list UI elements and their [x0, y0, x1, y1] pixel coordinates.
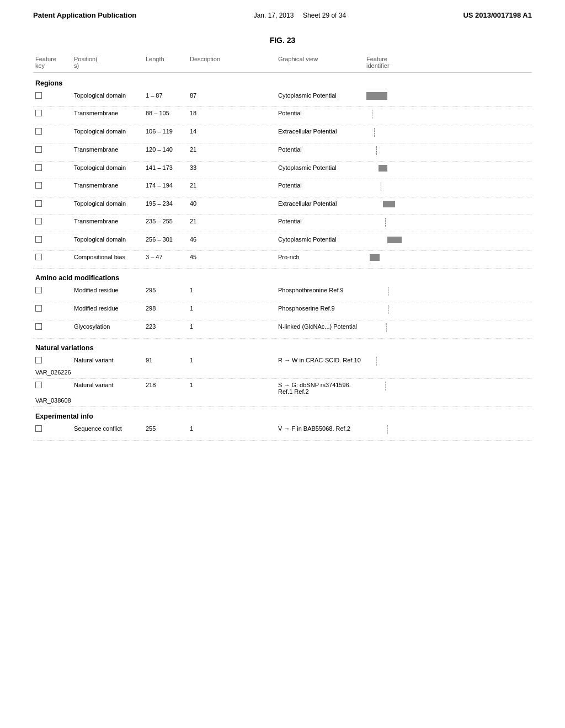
checkbox-cell[interactable]	[33, 145, 72, 154]
publication-date: Jan. 17, 2013 Sheet 29 of 34	[254, 12, 346, 19]
graphical-line-dash	[387, 425, 391, 434]
checkbox-cell[interactable]	[33, 304, 72, 313]
checkbox-cell[interactable]	[33, 286, 72, 295]
feature-name: Modified residue	[72, 286, 143, 295]
feature-name: Transmembrane	[72, 145, 143, 154]
description: Phosphothreonine Ref.9	[276, 286, 364, 295]
positions: 218	[143, 381, 188, 389]
feature-name: Transmembrane	[72, 217, 143, 226]
length: 21	[188, 145, 276, 154]
description: Cytoplasmic Potential	[276, 235, 364, 244]
feature-name: Modified residue	[72, 304, 143, 313]
checkbox-cell[interactable]	[33, 91, 72, 100]
identifier	[33, 229, 72, 231]
checkbox[interactable]	[35, 236, 42, 243]
description: Phosphoserine Ref.9	[276, 304, 364, 313]
col-header-feature-identifier: Featureidentifier	[364, 55, 425, 70]
checkbox[interactable]	[35, 305, 42, 312]
graphical-view	[364, 424, 425, 436]
checkbox[interactable]	[35, 128, 42, 135]
feature-name: Topological domain	[72, 199, 143, 208]
checkbox-cell[interactable]	[33, 109, 72, 117]
length: 40	[188, 199, 276, 208]
description: Cytoplasmic Potential	[276, 91, 364, 100]
checkbox[interactable]	[35, 218, 42, 224]
checkbox-cell[interactable]	[33, 127, 72, 136]
checkbox-cell[interactable]	[33, 424, 72, 433]
checkbox[interactable]	[35, 254, 42, 260]
table-row: Topological domain 256 – 301 46 Cytoplas…	[33, 233, 532, 251]
checkbox[interactable]	[35, 323, 42, 330]
table-row: Modified residue 295 1 Phosphothreonine …	[33, 284, 532, 302]
graphical-view	[364, 91, 425, 101]
section-amino-acid-modifications: Amino acid modifications	[33, 269, 532, 284]
positions: 195 – 234	[143, 199, 188, 208]
graphical-bar	[387, 237, 402, 243]
graphical-line	[374, 128, 377, 137]
graphical-bar	[383, 201, 395, 207]
graphical-view	[364, 381, 425, 393]
description: N-linked (GlcNAc...) Potential	[276, 322, 364, 331]
positions: 88 – 105	[143, 109, 188, 117]
checkbox[interactable]	[35, 425, 42, 432]
identifier	[33, 436, 72, 438]
checkbox-cell[interactable]	[33, 199, 72, 208]
checkbox-cell[interactable]	[33, 322, 72, 331]
col-header-description: Description	[188, 55, 276, 70]
checkbox[interactable]	[35, 382, 42, 388]
section-regions: Regions	[33, 74, 532, 89]
identifier	[33, 193, 72, 195]
checkbox[interactable]	[35, 182, 42, 189]
checkbox-cell[interactable]	[33, 235, 72, 244]
graphical-line	[385, 218, 388, 227]
graphical-view	[364, 253, 425, 262]
col-header-graphical-view: Graphical view	[276, 55, 364, 70]
positions: 255	[143, 424, 188, 433]
feature-name: Transmembrane	[72, 109, 143, 117]
length: 1	[188, 286, 276, 295]
identifier	[33, 102, 72, 104]
feature-name: Glycosylation	[72, 322, 143, 331]
column-headers: Featurekey Position(s) Length Descriptio…	[33, 55, 532, 73]
identifier	[33, 316, 72, 318]
checkbox[interactable]	[35, 200, 42, 207]
checkbox-cell[interactable]	[33, 181, 72, 190]
checkbox[interactable]	[35, 110, 42, 116]
positions: 3 – 47	[143, 253, 188, 261]
description: S → G: dbSNP rs3741596. Ref.1 Ref.2	[276, 381, 364, 396]
positions: 91	[143, 356, 188, 365]
identifier: VAR_026226	[33, 368, 72, 377]
graphical-view	[364, 356, 425, 368]
identifier	[33, 139, 72, 141]
positions: 174 – 194	[143, 181, 188, 190]
feature-name: Topological domain	[72, 127, 143, 136]
checkbox-cell[interactable]	[33, 381, 72, 389]
checkbox[interactable]	[35, 287, 42, 293]
description: V → F in BAB55068. Ref.2	[276, 424, 364, 433]
positions: 295	[143, 286, 188, 295]
graphical-line	[381, 182, 384, 191]
positions: 235 – 255	[143, 217, 188, 226]
checkbox-cell[interactable]	[33, 163, 72, 172]
checkbox[interactable]	[35, 357, 42, 363]
checkbox-cell[interactable]	[33, 356, 72, 365]
feature-name: Topological domain	[72, 91, 143, 100]
checkbox[interactable]	[35, 146, 42, 153]
table-row: Natural variant 218 1 S → G: dbSNP rs374…	[33, 379, 532, 407]
description: Cytoplasmic Potential	[276, 163, 364, 172]
checkbox[interactable]	[35, 164, 42, 171]
checkbox[interactable]	[35, 92, 42, 99]
feature-name: Sequence conflict	[72, 424, 143, 433]
table-row: Transmembrane 88 – 105 18 Potential	[33, 107, 532, 125]
length: 1	[188, 304, 276, 313]
description: Potential	[276, 217, 364, 226]
checkbox-cell[interactable]	[33, 217, 72, 226]
positions: 223	[143, 322, 188, 331]
positions: 256 – 301	[143, 235, 188, 244]
positions: 1 – 87	[143, 91, 188, 100]
table-row: Topological domain 106 – 119 14 Extracel…	[33, 125, 532, 143]
graphical-line-dash	[385, 382, 388, 390]
table-row: Sequence conflict 255 1 V → F in BAB5506…	[33, 422, 532, 441]
checkbox-cell[interactable]	[33, 253, 72, 261]
page-header: Patent Application Publication Jan. 17, …	[33, 11, 532, 19]
